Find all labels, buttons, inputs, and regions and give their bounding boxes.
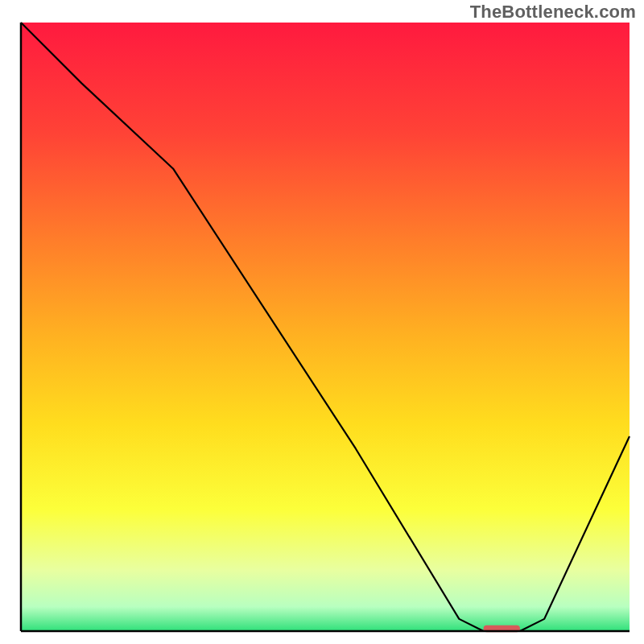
chart-container: { "watermark": "TheBottleneck.com", "cha… bbox=[0, 0, 644, 644]
bottleneck-chart bbox=[0, 0, 644, 644]
plot-background bbox=[21, 23, 630, 631]
watermark-text: TheBottleneck.com bbox=[470, 2, 636, 23]
